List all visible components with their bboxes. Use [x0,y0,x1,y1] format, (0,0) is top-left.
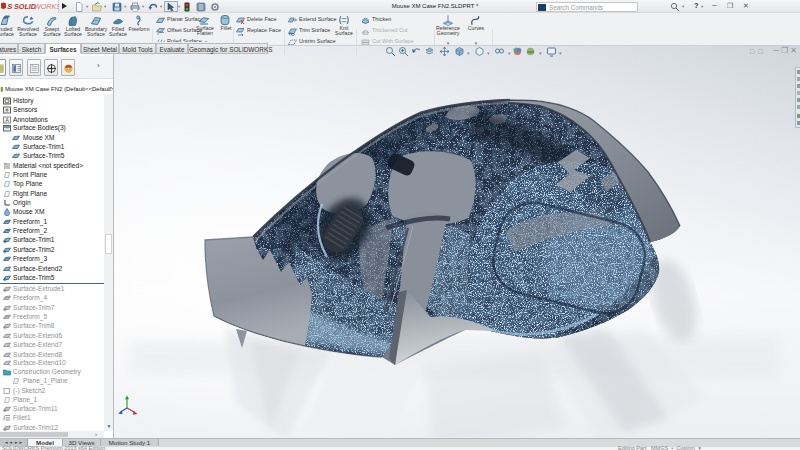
svg-text:S: S [7,2,13,11]
svg-text:SOLID: SOLID [14,2,36,11]
svg-text:A: A [5,117,9,123]
svg-text:WORKS: WORKS [34,2,59,11]
